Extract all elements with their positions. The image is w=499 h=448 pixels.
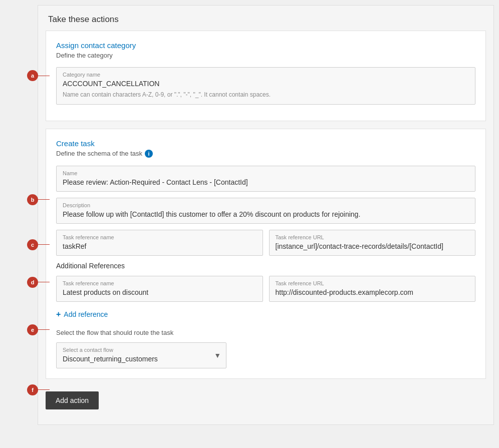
add-ref-name-field[interactable]: Task reference name Latest products on d… — [56, 276, 263, 302]
annotation-b: b — [27, 194, 38, 205]
annotation-b-line — [38, 199, 50, 200]
annotation-f: f — [27, 384, 38, 395]
task-name-field[interactable]: Name Please review: Action-Required - Co… — [56, 166, 475, 192]
additional-reference-row: Task reference name Latest products on d… — [56, 276, 475, 302]
assign-contact-category-card: a Assign contact category Define the cat… — [46, 31, 486, 121]
task-description-value: Please follow up with [ContactId] this c… — [63, 210, 469, 218]
task-description-field[interactable]: Description Please follow up with [Conta… — [56, 198, 475, 224]
add-ref-name-value: Latest products on discount — [63, 288, 257, 296]
dropdown-arrow-icon: ▼ — [214, 351, 221, 359]
main-container: Take these actions a Assign contact cate… — [38, 5, 494, 425]
annotation-c-line — [38, 244, 50, 245]
annotation-d-group: d — [27, 277, 50, 288]
create-task-subtitle-row: Define the schema of the task i — [56, 150, 475, 158]
add-ref-url-field[interactable]: Task reference URL http://discounted-pro… — [269, 276, 476, 302]
annotation-c-group: c — [27, 239, 50, 250]
category-name-label: Category name — [63, 72, 469, 78]
create-task-title: Create task — [56, 139, 475, 148]
annotation-d-line — [38, 282, 50, 282]
page-wrapper: Take these actions a Assign contact cate… — [0, 0, 499, 448]
add-reference-button[interactable]: + Add reference — [56, 308, 108, 321]
task-reference-row: Task reference name taskRef Task referen… — [56, 230, 475, 256]
page-title: Take these actions — [38, 6, 493, 31]
task-name-value: Please review: Action-Required - Contact… — [63, 178, 469, 186]
route-label: Select the flow that should route the ta… — [56, 329, 475, 336]
task-name-label: Name — [63, 170, 469, 176]
task-ref-name-field[interactable]: Task reference name taskRef — [56, 230, 263, 256]
select-flow-value: Discount_returning_customers — [63, 355, 208, 363]
select-flow-container[interactable]: Select a contact flow Discount_returning… — [56, 342, 226, 368]
annotation-c: c — [27, 239, 38, 250]
annotation-f-line — [38, 389, 50, 390]
annotation-e: e — [27, 324, 38, 335]
plus-icon: + — [56, 310, 61, 319]
assign-category-title: Assign contact category — [56, 41, 475, 50]
annotation-d: d — [27, 277, 38, 288]
create-task-subtitle: Define the schema of the task — [56, 150, 142, 157]
annotation-f-group: f — [27, 384, 50, 395]
annotation-a-line — [38, 76, 50, 76]
add-ref-url-label: Task reference URL — [276, 280, 469, 286]
annotation-e-line — [38, 329, 50, 330]
select-flow-label: Select a contact flow — [63, 347, 208, 353]
annotation-e-group: e — [27, 324, 50, 335]
task-ref-url-value: [instance_url]/contact-trace-records/det… — [276, 242, 469, 250]
annotation-b-group: b — [27, 194, 50, 205]
add-ref-name-label: Task reference name — [63, 280, 257, 286]
task-ref-url-label: Task reference URL — [276, 234, 469, 240]
add-ref-url-value: http://discounted-products.examplecorp.c… — [276, 288, 469, 296]
task-ref-url-field[interactable]: Task reference URL [instance_url]/contac… — [269, 230, 476, 256]
annotation-a: a — [27, 70, 38, 81]
info-icon[interactable]: i — [145, 150, 153, 158]
task-ref-name-label: Task reference name — [63, 234, 257, 240]
task-ref-name-value: taskRef — [63, 242, 257, 250]
add-action-button[interactable]: Add action — [46, 391, 99, 409]
category-name-hint: Name can contain characters A-Z, 0-9, or… — [63, 91, 469, 99]
create-task-card: b c d e f Create task — [46, 129, 486, 379]
category-name-value: ACCCOUNT_CANCELLATION — [63, 80, 469, 88]
additional-references-title: Additional References — [56, 262, 475, 270]
category-name-field[interactable]: Category name ACCCOUNT_CANCELLATION Name… — [56, 67, 475, 105]
task-description-label: Description — [63, 202, 469, 208]
add-reference-label: Add reference — [64, 310, 108, 318]
assign-category-subtitle: Define the category — [56, 52, 475, 59]
